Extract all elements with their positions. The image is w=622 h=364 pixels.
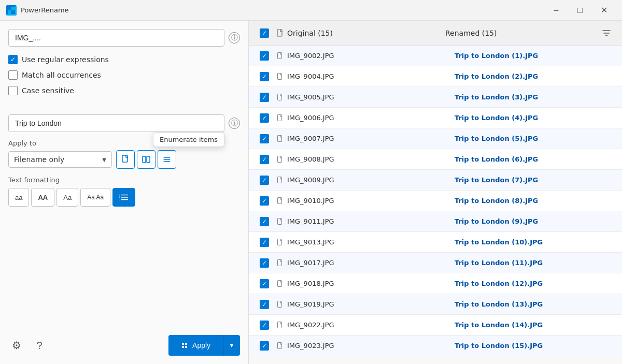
row-checkbox-13[interactable] (260, 321, 269, 330)
row-renamed-name: Trip to London (6).JPG (448, 155, 616, 163)
row-original-name: IMG_9011.JPG (287, 217, 448, 225)
row-checkbox-4[interactable] (260, 134, 269, 143)
row-checkbox-col (255, 217, 274, 226)
row-file-icon (274, 52, 287, 60)
apply-to-dropdown[interactable]: Filename only ▼ (8, 151, 112, 168)
maximize-button[interactable]: □ (568, 2, 592, 19)
select-all-checkbox[interactable] (260, 28, 269, 38)
row-renamed-name: Trip to London (8).JPG (448, 197, 616, 205)
svg-rect-33 (278, 239, 282, 245)
row-renamed-name: Trip to London (10).JPG (448, 238, 616, 246)
table-row[interactable]: IMG_9013.JPG Trip to London (10).JPG (249, 232, 622, 253)
find-info-icon[interactable]: ⓘ (229, 32, 240, 43)
row-checkbox-2[interactable] (260, 93, 269, 102)
enumerate-format-button[interactable]: 1 2 3 ↑ (112, 188, 135, 207)
camelcase-button[interactable]: Aa Aa (80, 188, 110, 207)
svg-rect-23 (277, 30, 282, 36)
table-row[interactable]: IMG_9006.JPG Trip to London (4).JPG (249, 108, 622, 128)
window-controls: – □ ✕ (544, 2, 616, 19)
svg-rect-20 (185, 343, 187, 345)
use-regex-checkbox[interactable] (8, 55, 18, 64)
table-row[interactable]: IMG_9017.JPG Trip to London (11).JPG (249, 253, 622, 273)
row-original-name: IMG_9002.JPG (287, 52, 448, 60)
row-file-icon (274, 197, 287, 205)
svg-rect-6 (147, 156, 150, 163)
table-body: IMG_9002.JPG Trip to London (1).JPG IMG_… (249, 46, 622, 364)
row-checkbox-col (255, 176, 274, 185)
row-checkbox-col (255, 72, 274, 81)
row-checkbox-1[interactable] (260, 72, 269, 81)
svg-rect-28 (278, 135, 282, 141)
case-sensitive-row: Case sensitive (8, 86, 240, 95)
table-row[interactable]: IMG_9002.JPG Trip to London (1).JPG (249, 46, 622, 66)
apply-label: Apply (192, 341, 210, 350)
bottom-row: ⚙ ? Apply ▼ (8, 335, 240, 356)
row-file-icon (274, 94, 287, 101)
lowercase-button[interactable]: aa (8, 188, 29, 207)
title-bar: PowerRename – □ ✕ (0, 0, 622, 21)
table-row[interactable]: IMG_9022.JPG Trip to London (14).JPG (249, 315, 622, 336)
row-file-icon (274, 177, 287, 184)
row-original-name: IMG_9008.JPG (287, 155, 448, 163)
row-checkbox-0[interactable] (260, 51, 269, 61)
row-checkbox-5[interactable] (260, 155, 269, 164)
svg-rect-36 (278, 301, 282, 307)
apply-button[interactable]: Apply (168, 335, 223, 356)
match-all-label: Match all occurrences (22, 71, 101, 79)
table-row[interactable]: IMG_9010.JPG Trip to London (8).JPG (249, 191, 622, 211)
split-view-button[interactable] (137, 150, 156, 169)
row-checkbox-11[interactable] (260, 279, 269, 288)
row-checkbox-9[interactable] (260, 238, 269, 247)
svg-rect-25 (278, 73, 282, 79)
minimize-button[interactable]: – (544, 2, 568, 19)
row-checkbox-7[interactable] (260, 196, 269, 206)
row-original-name: IMG_9017.JPG (287, 259, 448, 267)
close-button[interactable]: ✕ (592, 2, 616, 19)
row-checkbox-col (255, 113, 274, 123)
row-checkbox-10[interactable] (260, 258, 269, 268)
svg-text:3: 3 (119, 198, 121, 201)
table-row[interactable]: IMG_9007.JPG Trip to London (5).JPG (249, 128, 622, 149)
table-row[interactable]: IMG_9008.JPG Trip to London (6).JPG (249, 149, 622, 170)
row-checkbox-8[interactable] (260, 217, 269, 226)
enumerate-button[interactable]: Enumerate items (158, 150, 176, 169)
row-checkbox-6[interactable] (260, 176, 269, 185)
row-checkbox-14[interactable] (260, 341, 269, 351)
table-row[interactable]: IMG_9011.JPG Trip to London (9).JPG (249, 211, 622, 232)
titlecase-button[interactable]: Aa (56, 188, 78, 207)
settings-button[interactable]: ⚙ (8, 337, 25, 354)
row-original-name: IMG_9013.JPG (287, 238, 448, 246)
match-all-row: Match all occurrences (8, 70, 240, 80)
use-regex-row: Use regular expressions (8, 55, 240, 64)
row-checkbox-col (255, 196, 274, 206)
svg-rect-29 (278, 156, 282, 162)
table-row[interactable]: IMG_9004.JPG Trip to London (2).JPG (249, 66, 622, 87)
svg-rect-34 (278, 259, 282, 266)
find-input[interactable] (8, 29, 224, 47)
row-checkbox-12[interactable] (260, 300, 269, 309)
help-button[interactable]: ? (31, 337, 48, 354)
row-checkbox-col (255, 155, 274, 164)
app-icon (6, 5, 17, 16)
file-view-button[interactable] (116, 150, 135, 169)
row-checkbox-col (255, 279, 274, 288)
table-row[interactable]: IMG_9009.JPG Trip to London (7).JPG (249, 170, 622, 191)
uppercase-button[interactable]: AA (31, 188, 54, 207)
match-all-checkbox[interactable] (8, 70, 18, 80)
header-checkbox-col (255, 28, 274, 38)
replace-input[interactable] (8, 114, 224, 132)
replace-info-icon[interactable]: ⓘ (229, 118, 240, 129)
table-row[interactable]: IMG_9005.JPG Trip to London (3).JPG (249, 87, 622, 108)
case-sensitive-checkbox[interactable] (8, 86, 18, 95)
row-renamed-name: Trip to London (2).JPG (448, 72, 616, 80)
apply-dropdown-button[interactable]: ▼ (223, 335, 240, 356)
divider (8, 108, 240, 108)
table-row[interactable]: IMG_9019.JPG Trip to London (13).JPG (249, 294, 622, 315)
filter-button[interactable] (597, 30, 616, 37)
table-row[interactable]: IMG_9018.JPG Trip to London (12).JPG (249, 273, 622, 294)
row-original-name: IMG_9009.JPG (287, 176, 448, 184)
svg-rect-5 (143, 156, 146, 163)
table-row[interactable]: IMG_9023.JPG Trip to London (15).JPG (249, 336, 622, 356)
row-checkbox-3[interactable] (260, 113, 269, 123)
row-original-name: IMG_9018.JPG (287, 280, 448, 287)
